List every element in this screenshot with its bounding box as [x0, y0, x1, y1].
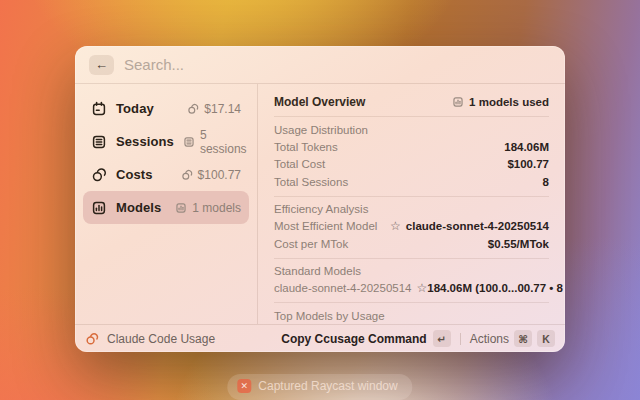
sidebar-item-accessory: $17.14 [187, 102, 241, 116]
sidebar-item-models[interactable]: Models 1 models [83, 191, 249, 224]
detail-title: Model Overview [274, 95, 365, 109]
section-title-efficiency-analysis: Efficiency Analysis [274, 201, 549, 218]
toast-record-icon: ✕ [237, 379, 251, 393]
divider [460, 333, 461, 345]
detail-title-accessory: 1 models used [452, 96, 549, 108]
bar-chart-icon [91, 200, 107, 216]
divider [274, 116, 549, 117]
status-bar-actions: Copy Ccusage Command ↵ Actions ⌘ K [281, 330, 555, 347]
calendar-icon [91, 101, 107, 117]
sessions-list-icon [183, 136, 195, 148]
sidebar-item-accessory: $100.77 [181, 168, 241, 182]
coins-icon [181, 169, 193, 181]
actions-menu-button[interactable]: Actions ⌘ K [470, 330, 555, 347]
search-bar: ← [75, 46, 565, 84]
coins-icon [91, 167, 107, 183]
divider [274, 196, 549, 197]
divider [274, 302, 549, 303]
section-title-usage-distribution: Usage Distribution [274, 121, 549, 138]
sidebar-item-accessory: 1 models [175, 201, 241, 215]
detail-panel: Model Overview 1 models used Usage Distr… [258, 84, 565, 324]
star-icon: ☆ [390, 219, 401, 233]
sidebar-item-accessory: 5 sessions [183, 128, 247, 156]
raycast-window: ← Today $17.14 [75, 46, 565, 352]
content-area: Today $17.14 Sessions [75, 84, 565, 324]
return-key-badge: ↵ [433, 330, 451, 347]
app-title: Claude Code Usage [107, 332, 215, 346]
metadata-row-total-sessions: Total Sessions 8 [274, 173, 549, 191]
bar-chart-icon [175, 202, 187, 214]
coins-icon [85, 332, 99, 346]
coins-icon [187, 103, 199, 115]
k-key-badge: K [537, 330, 555, 347]
sidebar-item-label: Models [116, 200, 166, 215]
sidebar-list: Today $17.14 Sessions [75, 84, 258, 324]
sidebar-item-label: Sessions [116, 134, 174, 149]
section-title-top-models: Top Models by Usage [274, 307, 549, 324]
back-button[interactable]: ← [89, 55, 114, 75]
sidebar-item-label: Today [116, 101, 178, 116]
toast-label: Captured Raycast window [258, 379, 397, 393]
cmd-key-badge: ⌘ [514, 330, 532, 347]
divider [274, 258, 549, 259]
metadata-row-total-cost: Total Cost $100.77 [274, 156, 549, 174]
section-title-standard-models: Standard Models [274, 263, 549, 280]
detail-header: Model Overview 1 models used [274, 93, 549, 111]
search-input[interactable] [124, 56, 551, 73]
back-arrow-icon: ← [95, 57, 108, 72]
sidebar-item-costs[interactable]: Costs $100.77 [83, 158, 249, 191]
metadata-row-cost-per-mtok: Cost per MTok $0.55/MTok [274, 235, 549, 253]
bar-chart-icon [452, 96, 464, 108]
star-icon: ☆ [416, 281, 427, 295]
status-bar: Claude Code Usage Copy Ccusage Command ↵… [75, 324, 565, 352]
metadata-row-most-efficient-model: Most Efficient Model ☆ claude-sonnet-4-2… [274, 218, 549, 236]
toast-notification: ✕ Captured Raycast window [227, 374, 412, 400]
metadata-row-standard-model: claude-sonnet-4-20250514 ☆ 184.06M (100.… [274, 280, 549, 298]
sidebar-item-sessions[interactable]: Sessions 5 sessions [83, 125, 249, 158]
sidebar-item-label: Costs [116, 167, 172, 182]
copy-ccusage-command-button[interactable]: Copy Ccusage Command ↵ [281, 330, 450, 347]
sidebar-item-today[interactable]: Today $17.14 [83, 92, 249, 125]
sessions-list-icon [91, 134, 107, 150]
metadata-row-total-tokens: Total Tokens 184.06M [274, 138, 549, 156]
